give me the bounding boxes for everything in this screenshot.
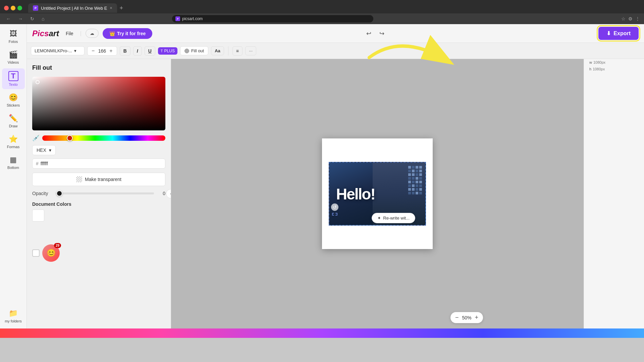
undo-redo-group: ↩ ↪ <box>364 28 387 39</box>
make-transparent-label: Make transparent <box>85 177 121 182</box>
color-gradient[interactable] <box>32 77 165 130</box>
extensions-icon[interactable]: ⚙ <box>628 16 633 21</box>
canvas-image[interactable]: ↺ Hello! ✦ Re-write wit... <box>329 162 426 226</box>
canvas-page: ↺ Hello! ✦ Re-write wit... <box>322 138 433 249</box>
format-value: HEX <box>37 147 46 153</box>
formas-label: Formas <box>7 145 19 149</box>
opacity-thumb <box>56 190 62 196</box>
font-size-control: − 166 + <box>87 46 117 56</box>
color-picker-cursor <box>36 80 40 84</box>
text-element-container[interactable]: ↺ Hello! <box>332 213 337 216</box>
undo-btn[interactable]: ↩ <box>364 28 374 39</box>
bold-btn[interactable]: B <box>120 46 130 56</box>
bookmark-icon[interactable]: ☆ <box>621 16 626 21</box>
doc-colors-grid <box>32 209 165 222</box>
color-swatch-white[interactable] <box>32 209 44 222</box>
url-bar[interactable]: P picsart.com <box>172 15 373 22</box>
new-tab-btn[interactable]: + <box>120 5 123 12</box>
hex-input[interactable] <box>41 161 162 166</box>
sidebar-item-stickers[interactable]: 😊 Stickers <box>2 90 25 110</box>
user-avatar: 😊 29 <box>42 244 60 262</box>
hue-row: 💉 <box>32 134 165 142</box>
fill-dot <box>184 49 189 53</box>
left-sidebar: 🖼 Fotos 🎬 Videos T Texto 😊 Stickers ✏️ D… <box>0 24 27 328</box>
opacity-slider[interactable] <box>56 192 154 194</box>
font-selector[interactable]: LEMONMILKPro-... ▾ <box>31 46 85 55</box>
try-free-btn[interactable]: 👑 Try it for free <box>103 28 153 39</box>
formas-icon: ⭐ <box>9 135 18 143</box>
rotate-handle[interactable]: ↺ <box>331 203 338 211</box>
font-size-increase-btn[interactable]: + <box>108 48 114 54</box>
right-panel: T Text 👁 🔒 Image 👁 🔒 w 1080px <box>584 24 644 328</box>
fill-out-btn[interactable]: Fill out <box>180 46 208 55</box>
zoom-controls: − 50% + <box>450 312 483 323</box>
opacity-label: Opacity <box>32 191 52 196</box>
export-btn[interactable]: ⬇ Export <box>598 27 639 40</box>
active-tab[interactable]: P Untitled Project | All In One Web E × <box>28 3 117 13</box>
zoom-in-btn[interactable]: + <box>475 314 478 321</box>
ai-badge[interactable]: T PLUS <box>158 47 177 55</box>
picsart-logo: Picsart <box>32 29 59 38</box>
hue-slider-wrap[interactable] <box>42 135 165 141</box>
zoom-value: 50% <box>462 315 471 320</box>
font-size-decrease-btn[interactable]: − <box>90 48 96 54</box>
crown-icon: 👑 <box>109 31 115 36</box>
tab-close-btn[interactable]: × <box>110 6 112 10</box>
texto-label: Texto <box>9 82 17 86</box>
nav-back-btn[interactable]: ← <box>4 15 13 22</box>
panel-collapse-btn[interactable]: ‹ <box>166 189 171 198</box>
ai-label: PLUS <box>164 49 175 53</box>
text-align-btn[interactable]: ≡ <box>232 46 243 56</box>
nav-refresh-btn[interactable]: ↻ <box>28 15 36 22</box>
menu-icon[interactable]: ⋮ <box>635 16 640 21</box>
eyedropper-btn[interactable]: 💉 <box>32 134 40 142</box>
url-text: picsart.com <box>182 16 203 21</box>
maximize-window-btn[interactable] <box>17 6 22 10</box>
font-dropdown-icon: ▾ <box>74 48 76 53</box>
nav-home-btn[interactable]: ⌂ <box>40 15 46 22</box>
font-size-btn-aa[interactable]: Aa <box>211 46 224 55</box>
toolbar-divider <box>228 46 228 56</box>
color-format-row: HEX ▾ <box>32 145 165 155</box>
italic-btn[interactable]: I <box>133 46 142 56</box>
rewrite-popup[interactable]: ✦ Re-write wit... <box>372 213 415 223</box>
export-label: Export <box>613 31 631 37</box>
sidebar-item-draw[interactable]: ✏️ Draw <box>2 111 25 131</box>
underline-btn[interactable]: U <box>145 46 155 56</box>
bottom-icon: ▦ <box>10 156 17 164</box>
opacity-track <box>56 192 154 194</box>
draw-label: Draw <box>9 124 18 128</box>
close-window-btn[interactable] <box>4 6 9 10</box>
notification-badge: 29 <box>54 243 61 248</box>
myfolders-icon: 📁 <box>9 309 18 318</box>
stickers-icon: 😊 <box>9 93 18 102</box>
opacity-row: Opacity 0 <box>32 191 165 196</box>
sidebar-item-fotos[interactable]: 🖼 Fotos <box>2 27 25 46</box>
color-gradient-area[interactable] <box>32 77 165 130</box>
myfolders-label: my folders <box>5 319 22 323</box>
hex-input-row[interactable]: # <box>32 159 165 169</box>
sidebar-item-texto[interactable]: T Texto <box>2 68 25 89</box>
cloud-save-btn[interactable]: ☁ <box>86 29 99 38</box>
zoom-out-btn[interactable]: − <box>455 314 459 321</box>
mini-checkbox[interactable] <box>32 249 40 257</box>
font-size-value: 166 <box>97 48 107 54</box>
redo-btn[interactable]: ↪ <box>377 28 387 39</box>
sidebar-item-myfolders[interactable]: 📁 my folders <box>2 306 25 326</box>
address-right-icons: ☆ ⚙ ⋮ <box>621 16 640 21</box>
nav-forward-btn[interactable]: → <box>16 15 25 22</box>
file-menu[interactable]: File <box>63 29 76 38</box>
left-content: Picsart File | ☁ 👑 Try it for free ↩ ↪ <box>27 24 644 328</box>
minimize-window-btn[interactable] <box>11 6 15 10</box>
height-label: h <box>589 67 591 71</box>
sidebar-item-videos[interactable]: 🎬 Videos <box>2 48 25 67</box>
sidebar-item-formas[interactable]: ⭐ Formas <box>2 132 25 152</box>
format-select[interactable]: HEX ▾ <box>32 145 56 155</box>
make-transparent-btn[interactable]: Make transparent <box>32 173 165 186</box>
tab-favicon: P <box>33 5 38 11</box>
hello-text[interactable]: Hello! <box>336 185 375 203</box>
sidebar-item-bottom[interactable]: ▦ Bottom <box>2 153 25 172</box>
fill-out-label: Fill out <box>191 48 204 53</box>
videos-icon: 🎬 <box>9 50 18 59</box>
more-options-btn[interactable]: ··· <box>245 46 256 55</box>
